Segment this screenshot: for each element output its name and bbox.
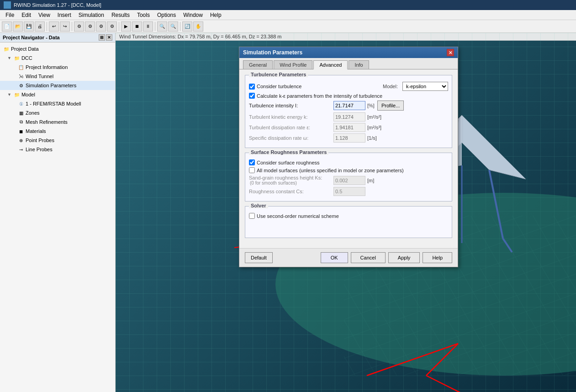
toolbar-undo[interactable]: ↩ <box>49 21 59 32</box>
menu-simulation[interactable]: Simulation <box>75 11 108 19</box>
turbulent-dissipation-label: Turbulent dissipation rate ε: <box>249 125 333 130</box>
turbulence-intensity-label: Turbulence intensity I: <box>249 103 333 108</box>
default-button[interactable]: Default <box>245 252 273 263</box>
toolbar-btn-6[interactable]: ⚙ <box>107 21 117 32</box>
tree-item-line-probes[interactable]: ⊸ Line Probes <box>0 145 115 154</box>
toolbar-rotate[interactable]: 🔄 <box>182 21 192 32</box>
tree-label-project-info: Project Information <box>26 64 68 70</box>
toolbar-print[interactable]: 🖨 <box>35 21 45 32</box>
tree-arrow-model: ▼ <box>7 92 11 97</box>
toolbar: 📄 📂 💾 🖨 ↩ ↪ ⚙ ⚙ ⚙ ⚙ ▶ ⏹ ⏸ 🔍 🔍 🔄 ✋ <box>0 20 576 33</box>
profile-button[interactable]: Profile... <box>377 101 404 111</box>
item-icon-line-probes: ⊸ <box>17 146 25 153</box>
tab-info[interactable]: Info <box>349 60 369 69</box>
second-order-checkbox[interactable] <box>249 213 255 219</box>
menu-window[interactable]: Window <box>180 11 206 19</box>
menu-help[interactable]: Help <box>206 11 225 19</box>
toolbar-save[interactable]: 💾 <box>24 21 34 32</box>
turbulent-kinetic-energy-row: Turbulent kinetic energy k: [m²/s²] <box>249 112 448 122</box>
specific-dissipation-unit: [1/s] <box>367 135 377 141</box>
menu-edit[interactable]: Edit <box>18 11 35 19</box>
model-select[interactable]: k-epsilon k-omega SST <box>402 82 448 91</box>
calculate-k-epsilon-checkbox[interactable] <box>249 93 255 99</box>
toolbar-btn-3[interactable]: ⚙ <box>74 21 84 32</box>
consider-roughness-checkbox[interactable] <box>249 159 255 165</box>
tree-label-mesh: Mesh Refinements <box>26 119 68 125</box>
panel-close-button[interactable]: ✕ <box>106 34 112 41</box>
specific-dissipation-input[interactable] <box>333 133 365 143</box>
toolbar-pan[interactable]: ✋ <box>193 21 203 32</box>
tree-item-dcc[interactable]: ▼ 📁 DCC <box>0 53 115 63</box>
viewport[interactable]: Wind Tunnel Dimensions: Dx = 79.758 m, D… <box>116 33 576 392</box>
menu-file[interactable]: File <box>2 11 18 19</box>
tree-item-project-info[interactable]: 📋 Project Information <box>0 63 115 72</box>
tree-item-mesh[interactable]: ⧉ Mesh Refinements <box>0 117 115 127</box>
toolbar-zoom-out[interactable]: 🔍 <box>168 21 178 32</box>
item-icon-project-info: 📋 <box>17 64 25 71</box>
dialog-overlay: Simulation Parameters ✕ General Wind Pro… <box>116 33 576 392</box>
second-order-label: Use second-order numerical scheme <box>257 213 339 219</box>
calculate-k-epsilon-label: Calculate k-ε parameters from the intens… <box>257 93 382 99</box>
consider-turbulence-checkbox[interactable] <box>249 84 255 90</box>
menu-tools[interactable]: Tools <box>133 11 153 19</box>
tree-item-point-probes[interactable]: ⊕ Point Probes <box>0 136 115 145</box>
turbulence-section: Turbulence Parameters Consider turbulenc… <box>245 75 452 148</box>
tree-label-sim-params: Simulation Parameters <box>26 83 76 88</box>
cancel-button[interactable]: Cancel <box>351 252 386 263</box>
toolbar-btn-9[interactable]: ⏸ <box>143 21 153 32</box>
tree-label-rfem: 1 - RFEM/RSTAB Modell <box>26 101 81 106</box>
toolbar-new[interactable]: 📄 <box>2 21 12 32</box>
roughness-section-title: Surface Roughness Parameters <box>249 149 328 155</box>
tab-general[interactable]: General <box>243 60 273 69</box>
ok-button[interactable]: OK <box>321 252 348 263</box>
dialog-footer: Default OK Cancel Apply Help <box>239 248 458 267</box>
toolbar-btn-7[interactable]: ▶ <box>121 21 131 32</box>
toolbar-redo[interactable]: ↪ <box>60 21 70 32</box>
dialog-close-button[interactable]: ✕ <box>447 49 454 56</box>
toolbar-zoom-in[interactable]: 🔍 <box>157 21 167 32</box>
menu-results[interactable]: Results <box>108 11 133 19</box>
solver-section-title: Solver <box>249 203 268 208</box>
item-icon-zones: ▦ <box>17 109 25 117</box>
menu-insert[interactable]: Insert <box>54 11 75 19</box>
tab-advanced[interactable]: Advanced <box>313 60 348 69</box>
apply-button[interactable]: Apply <box>388 252 420 263</box>
tree-item-rfem[interactable]: ① 1 - RFEM/RSTAB Modell <box>0 99 115 108</box>
tab-wind-profile[interactable]: Wind Profile <box>274 60 312 69</box>
menu-options[interactable]: Options <box>153 11 180 19</box>
calculate-k-epsilon-row: Calculate k-ε parameters from the intens… <box>249 93 448 99</box>
consider-turbulence-label: Consider turbulence <box>257 84 301 89</box>
solver-section: Solver Use second-order numerical scheme <box>245 206 452 238</box>
tree-item-materials[interactable]: ◼ Materials <box>0 127 115 136</box>
folder-icon-model: 📁 <box>13 91 21 98</box>
panel-float-button[interactable]: ⊞ <box>99 34 105 41</box>
turbulence-intensity-input[interactable] <box>333 101 365 110</box>
help-button[interactable]: Help <box>423 252 452 263</box>
tree-label-zones: Zones <box>26 110 40 116</box>
tree-item-sim-params[interactable]: ⚙ Simulation Parameters <box>0 81 115 90</box>
tree-label-point-probes: Point Probes <box>26 138 54 143</box>
consider-roughness-row: Consider surface roughness <box>249 159 448 165</box>
tree-item-project-data[interactable]: 📁 Project Data <box>0 44 115 53</box>
toolbar-btn-8[interactable]: ⏹ <box>132 21 142 32</box>
tree-item-zones[interactable]: ▦ Zones <box>0 108 115 117</box>
panel-title-text: Project Navigator - Data <box>3 35 60 40</box>
toolbar-open[interactable]: 📂 <box>13 21 23 32</box>
tree-item-model[interactable]: ▼ 📁 Model <box>0 90 115 99</box>
turbulent-dissipation-input[interactable] <box>333 123 365 132</box>
consider-turbulence-row: Consider turbulence Model: k-epsilon k-o… <box>249 82 448 91</box>
all-surfaces-checkbox[interactable] <box>249 167 255 173</box>
specific-dissipation-row: Specific dissipation rate ω: [1/s] <box>249 133 448 143</box>
menu-view[interactable]: View <box>35 11 54 19</box>
sand-grain-input[interactable] <box>333 176 365 185</box>
tree-label-model: Model <box>21 92 35 97</box>
panel-title: Project Navigator - Data ⊞ ✕ <box>0 33 115 42</box>
title-bar: RWIND Simulation 1.27 - [DCC, Model] <box>0 0 576 10</box>
turbulence-section-title: Turbulence Parameters <box>249 72 308 77</box>
window-title: RWIND Simulation 1.27 - [DCC, Model] <box>14 2 101 8</box>
tree-item-wind-tunnel[interactable]: 🌬 Wind Tunnel <box>0 72 115 81</box>
turbulent-kinetic-energy-input[interactable] <box>333 112 365 122</box>
roughness-constant-input[interactable] <box>333 187 365 196</box>
toolbar-btn-5[interactable]: ⚙ <box>96 21 106 32</box>
toolbar-btn-4[interactable]: ⚙ <box>85 21 95 32</box>
